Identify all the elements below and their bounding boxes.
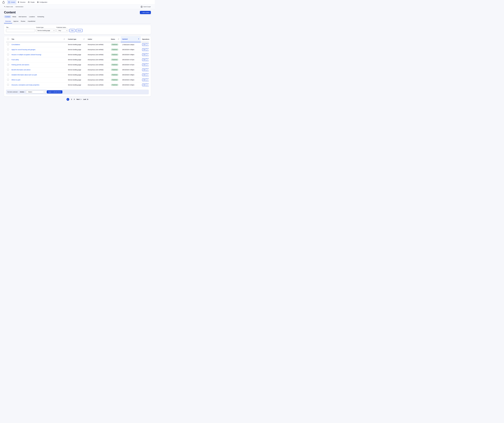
- edit-button[interactable]: Edit: [142, 74, 147, 76]
- select-all-checkbox[interactable]: [7, 38, 9, 40]
- row-content-type: Service landing page: [66, 62, 86, 67]
- row-author: Anonymous (not verified): [86, 57, 109, 62]
- status-badge: Published: [111, 64, 119, 66]
- add-content-button[interactable]: + Add content: [140, 11, 151, 14]
- tab-content[interactable]: Content: [4, 15, 11, 18]
- filter-title-label: Title: [6, 27, 35, 28]
- tab-locations[interactable]: Locations: [28, 15, 36, 18]
- edit-dropdown-toggle[interactable]: [147, 74, 149, 76]
- chevron-down-icon: [147, 44, 148, 45]
- edit-dropdown-toggle[interactable]: [147, 69, 149, 71]
- row-checkbox[interactable]: [7, 64, 9, 66]
- toolbar-item-people[interactable]: People: [27, 0, 36, 4]
- toolbar-item-content[interactable]: Content: [7, 0, 16, 4]
- edit-button[interactable]: Edit: [142, 79, 147, 81]
- table-row: Detailed information about each car park…: [6, 72, 149, 77]
- breadcrumb-administration[interactable]: Administration: [15, 6, 23, 7]
- content-type-select[interactable]: Service landing page: [36, 29, 56, 32]
- row-title-link[interactable]: Where to park: [12, 79, 20, 81]
- last-page-link[interactable]: Last: [83, 98, 88, 100]
- status-badge: Published: [111, 48, 119, 51]
- subtab-unpublished[interactable]: Unpublished: [26, 20, 36, 23]
- row-title-link[interactable]: Houses in multiple occupation (shared ho…: [12, 54, 41, 55]
- row-checkbox[interactable]: [7, 43, 9, 45]
- subtab-review[interactable]: Review: [20, 20, 26, 23]
- row-title-link[interactable]: Food safety: [12, 59, 19, 60]
- edit-button[interactable]: Edit: [142, 59, 147, 61]
- user-menu[interactable]: David Cooper: [141, 6, 151, 8]
- edit-split-button: Edit: [142, 79, 149, 81]
- page-3-link[interactable]: 3: [74, 98, 75, 100]
- column-header-content-type[interactable]: Content type: [66, 36, 86, 42]
- edit-dropdown-toggle[interactable]: [147, 64, 149, 66]
- bulk-action-select[interactable]: - Select -: [26, 90, 46, 93]
- table-row: Where to park Service landing page Anony…: [6, 77, 149, 82]
- drupal-logo[interactable]: [0, 0, 7, 4]
- bulk-action-label: Action:: [20, 91, 24, 93]
- back-to-site-link[interactable]: Back to site: [4, 6, 13, 7]
- edit-button[interactable]: Edit: [142, 54, 147, 56]
- next-page-link[interactable]: Next: [77, 98, 81, 100]
- chevron-down-icon: [147, 59, 148, 60]
- pagination: 1 2 3 Next Last: [0, 98, 155, 101]
- edit-button[interactable]: Edit: [142, 48, 147, 51]
- content-table: Title Content type Author: [6, 36, 149, 88]
- row-checkbox[interactable]: [7, 84, 9, 86]
- apply-to-selected-button[interactable]: Apply to selected items: [47, 90, 62, 93]
- toolbar-item-label: Content: [11, 1, 15, 3]
- edit-dropdown-toggle[interactable]: [147, 84, 149, 86]
- edit-button[interactable]: Edit: [142, 43, 147, 46]
- row-title-link[interactable]: Consultations: [12, 44, 20, 45]
- status-badge: Published: [111, 59, 119, 61]
- edit-dropdown-toggle[interactable]: [147, 48, 149, 51]
- bulk-selection-status: No items selected: [7, 91, 18, 93]
- row-checkbox[interactable]: [7, 74, 9, 76]
- subtab-approve[interactable]: Approve: [12, 20, 19, 23]
- edit-dropdown-toggle[interactable]: [147, 43, 149, 46]
- tab-alert-banners[interactable]: Alert banners: [17, 15, 28, 18]
- edit-split-button: Edit: [142, 84, 149, 86]
- row-checkbox[interactable]: [7, 69, 9, 71]
- row-content-type: Service landing page: [66, 72, 86, 77]
- subtab-overview[interactable]: Overview: [4, 20, 12, 23]
- toolbar-item-configuration[interactable]: Configuration: [36, 0, 48, 4]
- edit-dropdown-toggle[interactable]: [147, 54, 149, 56]
- row-title-link[interactable]: Discounts, exemptions and empty properti…: [12, 84, 39, 86]
- chevron-down-icon: [147, 64, 148, 65]
- column-header-title[interactable]: Title: [10, 36, 66, 42]
- edit-button[interactable]: Edit: [142, 69, 147, 71]
- row-content-type: Service landing page: [66, 67, 86, 72]
- breadcrumb: Back to site Administration David Cooper: [0, 4, 155, 9]
- edit-button[interactable]: Edit: [142, 64, 147, 66]
- edit-dropdown-toggle[interactable]: [147, 79, 149, 81]
- edit-dropdown-toggle[interactable]: [147, 59, 149, 61]
- title-filter-input[interactable]: [6, 29, 35, 32]
- bulk-actions-bar: No items selected Action: - Select - App…: [6, 90, 149, 94]
- row-title-link[interactable]: Parking permits and waivers: [12, 64, 29, 66]
- tab-media[interactable]: Media: [11, 15, 17, 18]
- column-header-updated-sorted[interactable]: Updated: [121, 36, 141, 42]
- row-checkbox[interactable]: [7, 54, 9, 55]
- row-title-link[interactable]: Benefit information and advice: [12, 69, 30, 71]
- chevron-down-icon: [54, 30, 54, 31]
- back-to-site-label: Back to site: [6, 6, 13, 7]
- reset-button[interactable]: Reset: [76, 29, 83, 32]
- tab-scheduling[interactable]: Scheduling: [36, 15, 45, 18]
- row-checkbox[interactable]: [7, 48, 9, 50]
- published-status-select[interactable]: - Any -: [56, 29, 69, 32]
- row-author: Anonymous (not verified): [86, 67, 109, 72]
- row-checkbox[interactable]: [7, 59, 9, 60]
- toolbar-item-structure[interactable]: Structure: [16, 0, 27, 4]
- status-badge: Published: [111, 79, 119, 81]
- content-table-card: Title Content type Author: [4, 36, 151, 97]
- toolbar-nav: Content Structure People Configuration: [7, 0, 48, 4]
- page-1-current[interactable]: 1: [66, 98, 69, 101]
- column-header-status[interactable]: Status: [109, 36, 121, 42]
- page-2-link[interactable]: 2: [71, 98, 72, 100]
- row-title-link[interactable]: Detailed information about each car park: [12, 74, 37, 76]
- row-author: Anonymous (not verified): [86, 77, 109, 82]
- filter-button[interactable]: Filter: [69, 29, 75, 32]
- edit-button[interactable]: Edit: [142, 84, 147, 86]
- row-title-link[interactable]: Apply for council housing and garages: [12, 49, 35, 50]
- row-checkbox[interactable]: [7, 79, 9, 81]
